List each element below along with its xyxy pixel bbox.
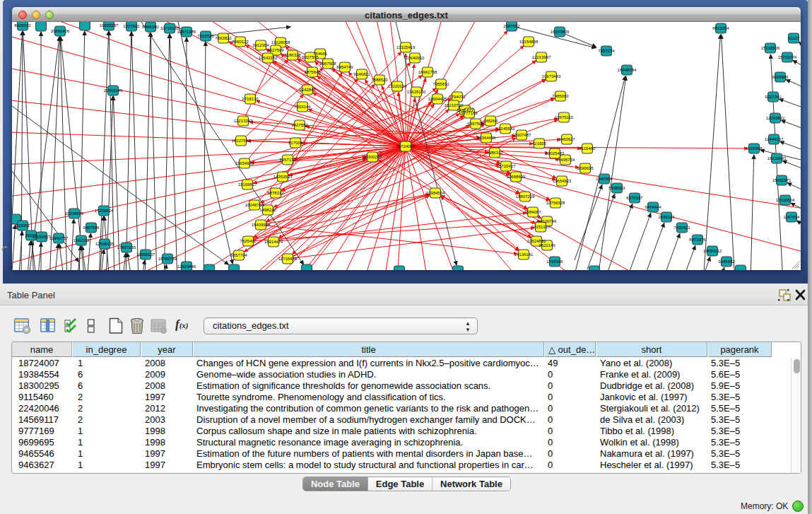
svg-text:1141513: 1141513 (73, 238, 90, 243)
svg-text:9215958: 9215958 (746, 146, 763, 151)
svg-text:13220134: 13220134 (388, 84, 407, 88)
svg-text:16053809: 16053809 (551, 30, 570, 34)
svg-text:16782759: 16782759 (158, 257, 177, 261)
svg-text:2967608: 2967608 (319, 62, 336, 66)
svg-text:11716485: 11716485 (278, 257, 298, 261)
svg-text:10973493: 10973493 (542, 74, 561, 78)
svg-text:10654112: 10654112 (703, 249, 722, 253)
svg-text:12093822: 12093822 (766, 116, 785, 120)
svg-text:3912954: 3912954 (252, 43, 269, 47)
svg-text:10958107: 10958107 (136, 252, 155, 257)
svg-text:10543362: 10543362 (259, 56, 278, 60)
svg-text:10756928: 10756928 (546, 201, 565, 205)
svg-text:10154808: 10154808 (519, 40, 539, 44)
svg-text:15409944: 15409944 (252, 223, 271, 227)
svg-text:18724007: 18724007 (396, 144, 416, 148)
svg-text:7986312: 7986312 (486, 151, 503, 155)
svg-text:18300295: 18300295 (363, 155, 382, 159)
svg-text:20691406: 20691406 (51, 29, 70, 33)
svg-text:16914479: 16914479 (264, 240, 283, 244)
svg-text:13325419: 13325419 (396, 45, 416, 49)
svg-text:10046786: 10046786 (245, 203, 264, 207)
svg-text:9997586: 9997586 (83, 226, 100, 230)
svg-text:2522149: 2522149 (539, 243, 555, 247)
svg-text:19654923: 19654923 (553, 179, 572, 183)
svg-text:9794072: 9794072 (449, 95, 466, 99)
svg-text:21364436: 21364436 (477, 136, 496, 140)
svg-text:8454749: 8454749 (336, 65, 353, 69)
svg-text:9427552: 9427552 (291, 123, 308, 127)
svg-text:5878312: 5878312 (267, 191, 284, 195)
svg-text:9657794: 9657794 (230, 253, 247, 257)
svg-text:6379197: 6379197 (626, 196, 643, 200)
svg-text:621605: 621605 (532, 141, 547, 146)
svg-text:16120746: 16120746 (538, 219, 557, 223)
svg-text:7632621: 7632621 (673, 226, 690, 230)
svg-text:7357274: 7357274 (598, 49, 615, 53)
svg-text:9084067: 9084067 (524, 210, 541, 214)
svg-text:16210643: 16210643 (767, 156, 787, 160)
svg-text:9146821: 9146821 (353, 72, 370, 76)
svg-text:15751074: 15751074 (778, 55, 797, 59)
svg-text:17016504: 17016504 (776, 198, 795, 202)
svg-text:10025483: 10025483 (546, 151, 565, 156)
svg-text:20206576: 20206576 (65, 211, 84, 216)
svg-text:14136141: 14136141 (514, 252, 534, 257)
svg-text:12444157: 12444157 (765, 137, 784, 141)
svg-text:18807209: 18807209 (516, 194, 535, 199)
svg-text:10671385: 10671385 (177, 30, 196, 34)
svg-text:8813054: 8813054 (712, 26, 729, 30)
svg-text:15692971: 15692971 (772, 178, 792, 182)
svg-text:9463627: 9463627 (558, 137, 575, 141)
svg-text:12975115: 12975115 (555, 115, 574, 119)
svg-text:9245652: 9245652 (718, 259, 735, 264)
svg-text:13245543: 13245543 (496, 127, 515, 131)
svg-text:8471676: 8471676 (689, 238, 706, 242)
svg-text:5938923: 5938923 (608, 186, 625, 190)
svg-text:13226058: 13226058 (271, 40, 290, 45)
svg-text:7625402: 7625402 (240, 239, 257, 243)
svg-text:7955812: 7955812 (433, 82, 449, 86)
svg-text:13640910: 13640910 (406, 56, 425, 60)
svg-text:12942757: 12942757 (49, 236, 69, 240)
svg-text:19654982: 19654982 (235, 161, 254, 165)
svg-text:817006: 817006 (288, 141, 303, 145)
svg-text:8660123: 8660123 (232, 40, 249, 44)
svg-text:16648784: 16648784 (618, 68, 637, 72)
svg-text:14353593: 14353593 (273, 175, 293, 179)
svg-text:2718170: 2718170 (242, 97, 259, 101)
svg-text:20053346: 20053346 (104, 88, 123, 93)
svg-text:19384554: 19384554 (426, 191, 445, 195)
svg-text:7663822: 7663822 (215, 36, 232, 40)
svg-text:8466160: 8466160 (142, 25, 159, 29)
svg-text:1327602: 1327602 (123, 24, 140, 28)
svg-text:9329966: 9329966 (772, 75, 789, 79)
svg-text:12213967: 12213967 (532, 55, 551, 59)
svg-text:19166827: 19166827 (238, 182, 257, 187)
svg-text:10688609: 10688609 (507, 175, 526, 179)
svg-text:9327505: 9327505 (302, 55, 319, 59)
svg-text:8405572: 8405572 (14, 23, 31, 28)
svg-text:12213363: 12213363 (234, 119, 253, 123)
svg-text:7485063: 7485063 (552, 94, 569, 98)
svg-text:10151327: 10151327 (531, 225, 551, 229)
svg-text:9474444: 9474444 (645, 205, 661, 209)
svg-text:15218506: 15218506 (761, 46, 780, 50)
svg-text:13626150: 13626150 (407, 90, 426, 94)
svg-text:11127: 11127 (788, 36, 799, 40)
svg-text:9227341: 9227341 (765, 95, 782, 99)
svg-text:2935114: 2935114 (659, 215, 676, 219)
svg-text:9777169: 9777169 (461, 111, 478, 115)
svg-text:6497508: 6497508 (467, 122, 484, 126)
svg-text:17359924: 17359924 (95, 209, 114, 213)
svg-text:19904435: 19904435 (428, 97, 447, 101)
svg-text:1498222: 1498222 (259, 208, 276, 212)
svg-text:10307487: 10307487 (512, 133, 531, 137)
svg-text:2087652: 2087652 (503, 24, 520, 28)
svg-text:9115460: 9115460 (579, 146, 596, 151)
svg-text:1167534: 1167534 (784, 215, 801, 219)
svg-text:17957255: 17957255 (117, 245, 136, 250)
svg-text:9242845: 9242845 (299, 88, 316, 92)
svg-text:12923446: 12923446 (177, 264, 196, 269)
svg-text:11156827: 11156827 (33, 235, 51, 239)
